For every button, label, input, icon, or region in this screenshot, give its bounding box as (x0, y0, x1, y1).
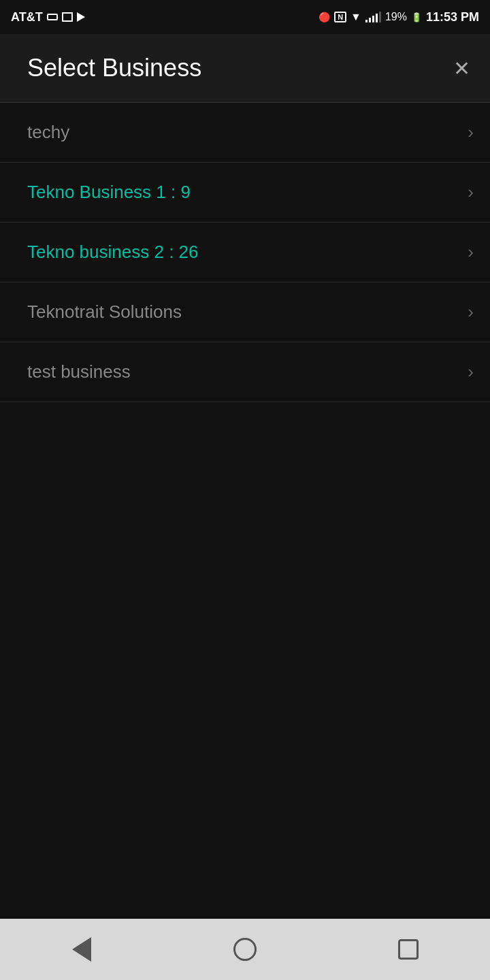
nfc-icon: N (334, 12, 346, 22)
navigation-bar (0, 919, 490, 980)
home-button[interactable] (218, 929, 272, 970)
list-item[interactable]: techy › (0, 103, 490, 163)
business-name: Tekno business 2 : 26 (27, 242, 199, 263)
page-title: Select Business (27, 54, 201, 82)
chevron-right-icon: › (468, 122, 474, 143)
business-name: test business (27, 361, 131, 382)
back-button[interactable] (54, 929, 109, 970)
recents-icon (398, 939, 419, 960)
business-name: techy (27, 122, 69, 143)
signal-icon (365, 12, 381, 22)
business-name: Tekno Business 1 : 9 (27, 182, 191, 203)
time-display: 11:53 PM (426, 10, 479, 24)
page-header: Select Business ✕ (0, 34, 490, 103)
business-list: techy › Tekno Business 1 : 9 › Tekno bus… (0, 103, 490, 919)
list-item[interactable]: Teknotrait Solutions › (0, 282, 490, 342)
message-icon (47, 14, 58, 20)
chevron-right-icon: › (468, 361, 474, 382)
chevron-right-icon: › (468, 301, 474, 323)
back-icon (72, 937, 91, 962)
bluetooth-icon: 🔴 (318, 12, 330, 22)
business-name: Teknotrait Solutions (27, 301, 182, 323)
list-item[interactable]: test business › (0, 342, 490, 402)
chevron-right-icon: › (468, 242, 474, 263)
home-icon (233, 938, 257, 961)
recents-button[interactable] (381, 929, 436, 970)
battery-percent: 19% (385, 11, 407, 23)
play-icon (77, 12, 85, 22)
battery-icon: 🔋 (411, 12, 422, 22)
close-button[interactable]: ✕ (446, 53, 476, 83)
status-indicators: 🔴 N ▼ 19% 🔋 11:53 PM (318, 10, 479, 24)
image-icon (62, 12, 73, 22)
carrier-info: AT&T (11, 10, 85, 24)
carrier-text: AT&T (11, 10, 43, 24)
close-icon: ✕ (453, 56, 470, 80)
status-bar: AT&T 🔴 N ▼ 19% 🔋 11:53 PM (0, 0, 490, 34)
chevron-right-icon: › (468, 182, 474, 203)
list-item[interactable]: Tekno business 2 : 26 › (0, 223, 490, 282)
list-item[interactable]: Tekno Business 1 : 9 › (0, 163, 490, 223)
wifi-icon: ▼ (350, 11, 361, 23)
